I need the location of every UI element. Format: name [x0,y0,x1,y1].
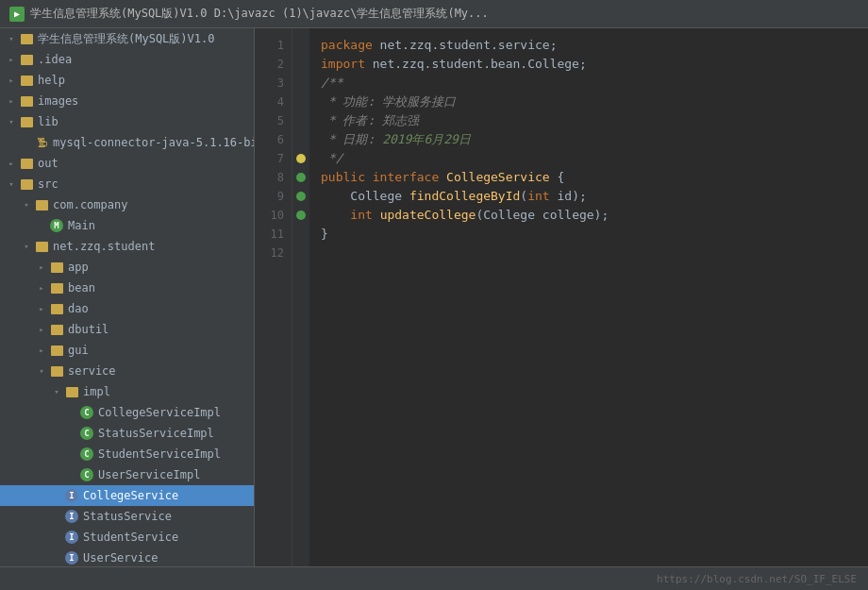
sidebar-item-impl[interactable]: impl [0,381,254,402]
sidebar-item-images[interactable]: images [0,91,254,111]
java-interface-icon: I [64,550,79,565]
sidebar: 学生信息管理系统(MySQL版)V1.0.ideahelpimageslib🗜m… [0,28,255,566]
tree-arrow [49,384,64,399]
folder-icon [49,343,64,358]
tree-label: help [38,74,65,87]
gutter-marker-6 [294,130,308,149]
app-icon: ▶ [9,7,25,22]
java-interface-icon: I [64,530,79,545]
tree-label: dbutil [68,323,108,336]
sidebar-item-lib[interactable]: lib [0,111,254,132]
tree-arrow [4,73,19,88]
gutter-marker-2 [294,55,308,74]
sidebar-item-StatusServiceImpl[interactable]: CStatusServiceImpl [0,423,254,444]
title-bar: ▶ 学生信息管理系统(MySQL版)V1.0 D:\javazc (1)\jav… [0,0,868,28]
sidebar-item-StudentServiceImpl[interactable]: CStudentServiceImpl [0,444,254,464]
tree-arrow [4,93,19,109]
tree-arrow [64,467,79,482]
line-number-4: 4 [262,93,284,111]
code-line-6: * 日期: 2019年6月29日 [321,130,857,149]
line-number-11: 11 [262,225,284,244]
main-content: 学生信息管理系统(MySQL版)V1.0.ideahelpimageslib🗜m… [0,28,868,566]
sidebar-item-service[interactable]: service [0,361,254,381]
folder-open-icon [19,177,34,192]
folder-open-icon [19,114,34,129]
tree-arrow [4,114,19,129]
folder-icon [19,73,34,88]
sidebar-item-idea[interactable]: .idea [0,49,254,70]
gutter-marker-10 [294,206,308,225]
tree-arrow [49,530,64,545]
sidebar-item-src[interactable]: src [0,174,254,194]
tree-arrow [19,239,34,254]
code-line-1: package net.zzq.student.service; [321,36,857,55]
java-class-icon: C [79,426,94,441]
line-number-5: 5 [262,111,284,130]
jar-icon: 🗜 [34,135,49,150]
sidebar-item-dao[interactable]: dao [0,298,254,319]
java-class-icon: C [79,447,94,462]
tree-label: 学生信息管理系统(MySQL版)V1.0 [38,31,214,47]
java-interface-icon: I [64,509,79,524]
code-line-2: import net.zzq.student.bean.College; [321,55,857,74]
tree-label: Main [68,219,95,232]
sidebar-item-net.zzq.student[interactable]: net.zzq.student [0,236,254,257]
gutter-marker-12 [294,244,308,262]
bottom-bar: https://blog.csdn.net/SO_IF_ELSE [0,566,868,590]
warning-dot [296,154,306,163]
tree-label: UserServiceImpl [98,468,200,481]
gutter-marker-3 [294,74,308,93]
line-number-1: 1 [262,36,284,55]
tree-arrow [34,322,49,337]
folder-open-icon [49,363,64,379]
folder-open-icon [34,239,49,254]
sidebar-item-mysql-jar[interactable]: 🗜mysql-connector-java-5.1.16-bin.jar [0,132,254,153]
code-line-9: College findCollegeById(int id); [321,187,857,206]
tree-arrow [49,488,64,503]
tree-label: CollegeService [83,489,178,502]
sidebar-item-bean[interactable]: bean [0,278,254,298]
sidebar-item-UserService[interactable]: IUserService [0,548,254,566]
gutter-marker-4 [294,93,308,111]
line-number-8: 8 [262,168,284,187]
sidebar-item-StudentService[interactable]: IStudentService [0,527,254,548]
breakpoint-dot [296,211,306,220]
title-text: 学生信息管理系统(MySQL版)V1.0 D:\javazc (1)\javaz… [30,6,489,22]
tree-label: StudentService [83,531,178,544]
line-number-12: 12 [262,244,284,262]
tree-label: com.company [53,198,127,211]
code-line-3: /** [321,74,857,93]
tree-arrow [4,52,19,67]
sidebar-item-app[interactable]: app [0,257,254,278]
code-lines[interactable]: package net.zzq.student.service;import n… [309,28,868,566]
sidebar-item-out[interactable]: out [0,153,254,174]
sidebar-item-CollegeServiceImpl[interactable]: CCollegeServiceImpl [0,402,254,423]
tree-label: images [38,94,78,108]
tree-arrow [64,405,79,420]
sidebar-item-CollegeService[interactable]: ICollegeService [0,485,254,506]
code-line-10: int updateCollege(College college); [321,206,857,225]
sidebar-item-gui[interactable]: gui [0,340,254,361]
sidebar-item-Main[interactable]: MMain [0,215,254,236]
tree-arrow [34,260,49,275]
sidebar-item-root[interactable]: 学生信息管理系统(MySQL版)V1.0 [0,28,254,49]
editor-panel: 123456789101112package net.zzq.student.s… [255,28,868,566]
java-interface-icon: I [64,488,79,503]
tree-arrow [19,135,34,150]
sidebar-item-help[interactable]: help [0,70,254,91]
code-area[interactable]: 123456789101112package net.zzq.student.s… [255,28,868,566]
sidebar-item-dbutil[interactable]: dbutil [0,319,254,340]
folder-icon [49,301,64,316]
gutter-marker-11 [294,225,308,244]
code-line-4: * 功能: 学校服务接口 [321,93,857,111]
folder-icon [19,156,34,171]
folder-icon [19,52,34,67]
folder-open-icon [19,31,34,46]
folder-icon [49,280,64,295]
sidebar-item-com.company[interactable]: com.company [0,194,254,215]
tree-arrow [34,280,49,295]
sidebar-item-UserServiceImpl[interactable]: CUserServiceImpl [0,464,254,485]
gutter-marker-7 [294,149,308,168]
tree-label: src [38,177,58,191]
sidebar-item-StatusService[interactable]: IStatusService [0,506,254,527]
